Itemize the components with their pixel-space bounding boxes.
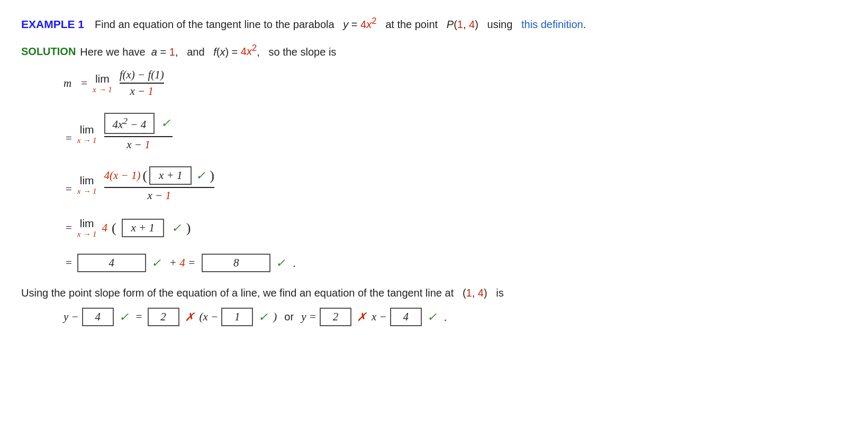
example-label: EXAMPLE 1: [21, 18, 84, 31]
box-final-3[interactable]: 1: [221, 308, 253, 326]
frac-den-1: x − 1: [130, 84, 154, 98]
fraction-step2: 4x2 − 4 ✓ x − 1: [104, 113, 173, 151]
box-input-step3[interactable]: x + 1: [149, 166, 192, 185]
check-icon-6: ✓: [119, 310, 129, 324]
definition-link[interactable]: this definition: [521, 19, 583, 30]
check-icon-5: ✓: [276, 256, 285, 270]
frac-num-1: f(x) − f(1): [120, 68, 164, 84]
open-paren: (: [143, 168, 148, 184]
plus4-text: + 4 =: [169, 256, 195, 270]
check-icon-8: ✓: [427, 310, 437, 324]
example-header: EXAMPLE 1 Find an equation of the tangen…: [21, 16, 847, 31]
frac-den-2: x − 1: [126, 137, 150, 151]
frac-num-2: 4x2 − 4 ✓: [104, 113, 173, 137]
equals-final-1: =: [136, 310, 142, 324]
check-icon-1: ✓: [161, 117, 170, 130]
lim-block-3: lim x → 1: [77, 174, 97, 196]
equals-sign-1: =: [81, 77, 87, 90]
box-input-step4[interactable]: x + 1: [122, 219, 164, 237]
frac-den-3: x − 1: [147, 188, 171, 202]
math-block: m = lim x → 1 f(x) − f(1) x − 1 = lim x …: [64, 68, 847, 272]
box-final-4[interactable]: 2: [320, 308, 351, 326]
lim-sub-3: x → 1: [77, 187, 97, 196]
lim-sub-2: x → 1: [77, 136, 97, 145]
lim-block-4: lim x → 1: [77, 217, 97, 239]
example-description: Find an equation of the tangent line to …: [95, 16, 586, 31]
fraction-step3: 4(x − 1) ( x + 1 ✓ ) x − 1: [104, 166, 214, 202]
check-icon-2: ✓: [196, 169, 205, 183]
m-var: m: [64, 77, 71, 90]
equals-sign-2: =: [66, 132, 72, 145]
box-input-step2[interactable]: 4x2 − 4: [104, 113, 155, 134]
box-final-1[interactable]: 4: [82, 308, 114, 326]
solution-text: Here we have a = 1, and f(x) = 4x2, so t…: [80, 43, 336, 58]
final-equation-row: y − 4 ✓ = 2 ✗ (x − 1 ✓ ) or y = 2 ✗ x − …: [64, 308, 847, 326]
x-minus-text-2: x −: [372, 310, 387, 324]
y-equals-text: y =: [301, 310, 317, 324]
check-icon-3: ✓: [171, 221, 181, 235]
lim-block-2: lim x → 1: [77, 123, 97, 145]
box-final-5[interactable]: 4: [390, 308, 422, 326]
fraction-step1: f(x) − f(1) x − 1: [120, 68, 164, 98]
cross-icon-2: ✗: [357, 310, 366, 324]
lim-word-4: lim: [80, 217, 94, 230]
close-paren: ): [210, 168, 214, 184]
paragraph: Using the point slope form of the equati…: [21, 287, 847, 299]
solution-row: SOLUTION Here we have a = 1, and f(x) = …: [21, 43, 847, 58]
equals-sign-4: =: [66, 221, 72, 235]
x-minus-text: (x −: [200, 310, 219, 324]
check-icon-4: ✓: [151, 256, 161, 270]
box-input-step5a[interactable]: 4: [77, 254, 146, 272]
close-paren-final: ): [273, 310, 277, 324]
eq-step3: = lim x → 1 4(x − 1) ( x + 1 ✓ ) x − 1: [64, 166, 847, 202]
lim-word-2: lim: [80, 123, 94, 136]
factor-text: 4(x − 1): [104, 169, 141, 182]
box-final-2[interactable]: 2: [148, 308, 179, 326]
lim-block-1: lim x → 1: [93, 73, 112, 94]
coeff-4: 4: [102, 221, 108, 235]
eq-step4: = lim x → 1 4 ( x + 1 ✓ ): [64, 217, 847, 239]
open-paren-4: (: [112, 220, 116, 236]
box-input-step5b[interactable]: 8: [202, 254, 270, 272]
period-final: .: [444, 310, 447, 324]
lim-sub-4: x → 1: [77, 230, 97, 239]
frac-num-3: 4(x − 1) ( x + 1 ✓ ): [104, 166, 214, 188]
close-paren-4: ): [186, 220, 191, 236]
period: .: [293, 256, 296, 270]
lim-word-1: lim: [95, 73, 110, 85]
lim-word-3: lim: [80, 174, 94, 187]
eq-step1: m = lim x → 1 f(x) − f(1) x − 1: [64, 68, 847, 98]
eq-step5: = 4 ✓ + 4 = 8 ✓ .: [64, 254, 847, 272]
equals-sign-5: =: [66, 256, 72, 270]
equals-sign-3: =: [66, 183, 72, 196]
eq-step2: = lim x → 1 4x2 − 4 ✓ x − 1: [64, 113, 847, 151]
or-text: or: [284, 311, 294, 323]
y-minus-text: y −: [64, 310, 79, 324]
lim-sub-1: x → 1: [93, 85, 112, 94]
cross-icon-1: ✗: [185, 310, 194, 324]
solution-label: SOLUTION: [21, 46, 76, 58]
check-icon-7: ✓: [258, 310, 268, 324]
